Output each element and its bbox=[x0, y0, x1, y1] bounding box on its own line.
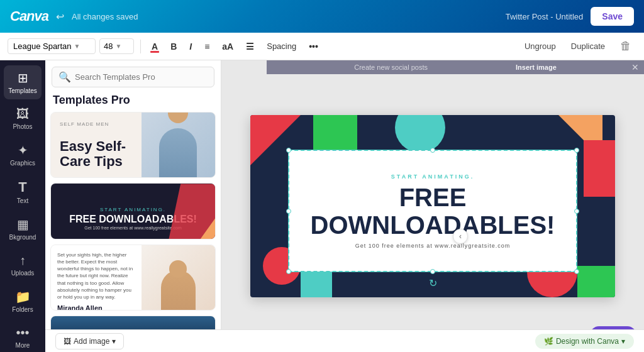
templates-panel: 🔍 Templates Pro Self Made Men Easy Self-… bbox=[45, 60, 221, 352]
tmpl2-tag: START ANIMATING. bbox=[100, 207, 166, 212]
background-icon: ▦ bbox=[17, 217, 29, 232]
card-main-title-line1: FREE bbox=[399, 185, 467, 210]
create-post-hint: Create new social posts bbox=[354, 63, 428, 71]
text-color-label: A bbox=[152, 41, 158, 52]
color-indicator bbox=[150, 51, 159, 53]
tmpl3-image bbox=[142, 245, 215, 311]
canvas-wrap: START ANIMATING. FREE DOWNLOADABLES! Get… bbox=[250, 115, 615, 297]
sidebar-label-background: Bkground bbox=[9, 234, 36, 241]
template-preview-2: START ANIMATING. FREE DOWNLOADABLES! Get… bbox=[51, 184, 215, 239]
list-button[interactable]: ☰ bbox=[242, 39, 258, 54]
search-input[interactable] bbox=[75, 72, 208, 82]
panel-title: Templates Pro bbox=[45, 91, 221, 112]
design-canvas[interactable]: START ANIMATING. FREE DOWNLOADABLES! Get… bbox=[250, 115, 615, 297]
font-family-chevron: ▼ bbox=[74, 43, 80, 50]
panel-scroll-arrow[interactable]: ‹ bbox=[453, 229, 468, 244]
canva-leaf-icon: 🌿 bbox=[544, 337, 553, 346]
card-main-title-line2: DOWNLOADABLES! bbox=[311, 212, 555, 238]
tmpl1-image bbox=[142, 113, 215, 178]
delete-icon: 🗑 bbox=[620, 40, 631, 52]
undo-button[interactable]: ↩ bbox=[56, 11, 64, 23]
text-color-button[interactable]: A bbox=[147, 39, 162, 54]
search-input-wrap[interactable]: 🔍 bbox=[52, 67, 214, 87]
sidebar-item-more[interactable]: ••• More bbox=[4, 321, 42, 352]
sidebar-label-more: More bbox=[16, 342, 30, 349]
sidebar-item-uploads[interactable]: ↑ Uploads bbox=[4, 248, 42, 282]
tmpl2-subtitle: Get 100 free elements at www.reallygreat… bbox=[84, 226, 181, 230]
add-image-button[interactable]: 🖼 Add image ▾ bbox=[55, 333, 124, 349]
italic-button[interactable]: I bbox=[185, 39, 196, 54]
sidebar-item-folders[interactable]: 📁 Folders bbox=[4, 284, 42, 318]
shape-green-top bbox=[313, 115, 357, 153]
template-card-2[interactable]: START ANIMATING. FREE DOWNLOADABLES! Get… bbox=[50, 183, 216, 239]
toolbar: League Spartan ▼ 48 ▼ A B I ≡ aA ☰ Spaci… bbox=[0, 33, 644, 60]
template-preview-1: Self Made Men Easy Self-Care Tips Get qu… bbox=[51, 113, 215, 178]
add-image-label: Add image bbox=[74, 337, 109, 346]
shape-green-bottomright bbox=[577, 266, 615, 297]
sidebar-label-text: Text bbox=[17, 197, 28, 204]
tmpl3-text-area: Set your sights high, the higher the bet… bbox=[51, 245, 142, 311]
tmpl1-title: Easy Self-Care Tips bbox=[60, 139, 140, 169]
sidebar-item-templates[interactable]: ⊞ Templates bbox=[4, 65, 42, 99]
list-icon: ☰ bbox=[246, 41, 254, 52]
sidebar-label-templates: Templates bbox=[8, 87, 37, 94]
bottom-bar: 🖼 Add image ▾ 🌿 Design with Canva ▾ bbox=[45, 329, 644, 352]
template-card-3[interactable]: Set your sights high, the higher the bet… bbox=[50, 245, 216, 311]
align-button[interactable]: ≡ bbox=[200, 39, 214, 54]
rotate-handle[interactable]: ↻ bbox=[429, 277, 437, 289]
sidebar-label-graphics: Graphics bbox=[10, 160, 35, 167]
tmpl3-name: Miranda Allen bbox=[57, 304, 135, 311]
document-title: Twitter Post - Untitled bbox=[506, 12, 584, 21]
font-family-selector[interactable]: League Spartan ▼ bbox=[8, 38, 96, 54]
add-image-chevron: ▾ bbox=[112, 337, 116, 346]
panel-search-area: 🔍 bbox=[45, 60, 221, 91]
templates-icon: ⊞ bbox=[18, 70, 28, 85]
sidebar-item-photos[interactable]: 🖼 Photos bbox=[4, 102, 42, 135]
sidebar-item-graphics[interactable]: ✦ Graphics bbox=[4, 138, 42, 172]
sidebar-item-text[interactable]: T Text bbox=[4, 174, 42, 209]
bold-label: B bbox=[170, 41, 177, 52]
more-icon: ••• bbox=[309, 41, 318, 52]
top-bar-left: Canva ↩ All changes saved bbox=[10, 8, 138, 25]
tmpl3-body: Set your sights high, the higher the bet… bbox=[57, 251, 135, 300]
case-label: aA bbox=[222, 41, 233, 52]
delete-button[interactable]: 🗑 bbox=[615, 37, 636, 55]
bold-button[interactable]: B bbox=[166, 39, 181, 54]
font-size-selector[interactable]: 48 ▼ bbox=[99, 38, 134, 54]
inner-card[interactable]: START ANIMATING. FREE DOWNLOADABLES! Get… bbox=[288, 150, 577, 272]
sidebar-label-photos: Photos bbox=[13, 123, 32, 130]
save-button[interactable]: Save bbox=[591, 7, 634, 26]
align-icon: ≡ bbox=[204, 41, 209, 52]
spacing-button[interactable]: Spacing bbox=[262, 39, 301, 53]
case-button[interactable]: aA bbox=[218, 39, 238, 54]
search-icon: 🔍 bbox=[58, 71, 71, 83]
photos-icon: 🖼 bbox=[16, 107, 29, 121]
dialog-close-button[interactable]: ✕ bbox=[631, 62, 639, 72]
top-bar: Canva ↩ All changes saved Twitter Post -… bbox=[0, 0, 644, 33]
shape-red-right bbox=[584, 140, 615, 197]
more-icon-sidebar: ••• bbox=[16, 326, 29, 340]
top-bar-right: Twitter Post - Untitled Save bbox=[506, 7, 634, 26]
design-with-canva-button[interactable]: 🌿 Design with Canva ▾ bbox=[535, 334, 634, 349]
shape-teal-circle-top bbox=[395, 115, 445, 153]
canvas-area: Create new social posts Insert image ✕ S… bbox=[221, 60, 644, 352]
uploads-icon: ↑ bbox=[19, 253, 26, 268]
person-head bbox=[168, 113, 188, 123]
card-top-text: START ANIMATING. bbox=[391, 173, 474, 180]
person-body bbox=[159, 128, 197, 178]
ungroup-button[interactable]: Ungroup bbox=[519, 39, 561, 53]
design-with-canva-label: Design with Canva bbox=[556, 337, 619, 346]
sidebar-item-background[interactable]: ▦ Bkground bbox=[4, 212, 42, 246]
canva-logo: Canva bbox=[10, 8, 48, 25]
saved-status: All changes saved bbox=[72, 12, 138, 21]
font-family-label: League Spartan bbox=[13, 41, 72, 51]
text-icon: T bbox=[18, 179, 26, 195]
template-card-1[interactable]: Self Made Men Easy Self-Care Tips Get qu… bbox=[50, 112, 216, 178]
toolbar-right-actions: Ungroup Duplicate 🗑 bbox=[519, 37, 636, 55]
card-sub-text: Get 100 free elements at www.reallygreat… bbox=[355, 243, 511, 249]
sidebar-label-folders: Folders bbox=[12, 306, 33, 313]
more-options-button[interactable]: ••• bbox=[304, 39, 323, 54]
dialog-hint-bar: Create new social posts Insert image ✕ bbox=[267, 60, 644, 74]
duplicate-button[interactable]: Duplicate bbox=[566, 39, 610, 53]
insert-image-hint: Insert image bbox=[516, 63, 557, 71]
